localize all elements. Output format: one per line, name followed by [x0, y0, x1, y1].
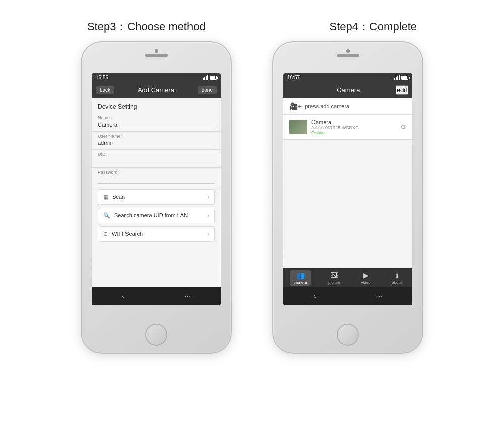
input-username[interactable]: admin [98, 140, 215, 147]
input-password[interactable] [98, 176, 215, 184]
camera-thumbnail [289, 120, 307, 134]
search-uid-left: 🔍 Search camera UID from LAN [103, 212, 188, 219]
camera-tab-icon: 👥 [296, 271, 305, 279]
about-tab-icon: ℹ [396, 271, 398, 279]
edit-button[interactable]: edit [396, 85, 409, 95]
home-button-4[interactable] [337, 324, 359, 346]
signal-3 [203, 75, 217, 80]
screen-content-3: Device Setting Name: Camera User Name: a… [92, 98, 221, 287]
app-header-3: back Add Camera done [92, 82, 221, 98]
camera-item-row[interactable]: Camera AAAA-007028-WSDXG Online ⚙ [283, 115, 412, 140]
wifi-icon: ⊙ [103, 231, 108, 237]
header-title-4: Camera [337, 86, 360, 94]
tab-about[interactable]: ℹ about [388, 270, 406, 286]
picture-tab-label: picture [328, 280, 340, 285]
camera-uid: AAAA-007028-WSDXG [311, 125, 396, 130]
time-4: 16:57 [287, 75, 300, 80]
home-button-3[interactable] [145, 324, 167, 346]
signal-bars-3 [203, 75, 208, 80]
label-password: Password: [98, 170, 215, 175]
signal-4 [394, 75, 408, 80]
menu-nav-icon-3[interactable]: ··· [184, 292, 191, 300]
scan-chevron: › [208, 194, 209, 200]
speaker-4 [337, 54, 359, 57]
input-uid[interactable] [98, 158, 215, 165]
wifi-chevron: › [208, 231, 209, 237]
phone3-top [145, 49, 168, 57]
camera-list: 🎥+ press add camera Camera AAAA-007028-W… [283, 98, 412, 268]
step4-title: Step4：Complete [329, 19, 417, 34]
form-group-username: User Name: admin [92, 132, 221, 150]
settings-icon[interactable]: ⚙ [400, 123, 406, 131]
form-group-password: Password: [92, 168, 221, 186]
phone-step3: 16:56 back [81, 41, 232, 354]
camera-dot-4 [346, 49, 350, 53]
add-camera-icon: 🎥+ [289, 102, 302, 110]
app-header-4: Camera edit [283, 82, 412, 98]
scan-label: Scan [112, 194, 125, 200]
battery-4 [401, 76, 408, 80]
tab-video[interactable]: ▶ video [357, 270, 375, 286]
signal-bars-4 [394, 75, 400, 80]
tab-camera[interactable]: 👥 camera [290, 270, 311, 286]
time-3: 16:56 [96, 75, 108, 80]
add-camera-row[interactable]: 🎥+ press add camera [283, 98, 412, 115]
label-username: User Name: [98, 134, 215, 139]
search-chevron: › [208, 213, 209, 218]
camera-thumb-image [289, 120, 307, 134]
scan-button[interactable]: ▦ Scan › [98, 189, 215, 205]
search-uid-button[interactable]: 🔍 Search camera UID from LAN › [98, 208, 215, 223]
bottom-nav-3: ‹ ··· [92, 287, 221, 305]
step3-title: Step3：Choose method [87, 19, 206, 34]
tab-picture[interactable]: 🖼 picture [324, 270, 344, 286]
search-uid-label: Search camera UID from LAN [114, 212, 188, 218]
camera-status: Online [311, 130, 396, 135]
battery-3 [210, 76, 217, 80]
back-nav-icon-3[interactable]: ‹ [122, 292, 124, 300]
label-name: Name: [98, 115, 215, 120]
camera-dot-3 [155, 49, 158, 53]
form-group-uid: UID: [92, 150, 221, 168]
video-tab-icon: ▶ [363, 271, 369, 279]
tab-bar: 👥 camera 🖼 picture ▶ video ℹ about [283, 268, 412, 287]
back-button[interactable]: back [96, 86, 114, 94]
phone4-top [337, 49, 359, 57]
scan-icon: ▦ [103, 194, 108, 200]
back-nav-icon-4[interactable]: ‹ [313, 292, 316, 300]
screen-step4: 16:57 [283, 73, 412, 305]
done-button[interactable]: done [198, 86, 217, 94]
camera-info: Camera AAAA-007028-WSDXG Online [311, 119, 396, 135]
screen-step3: 16:56 back [92, 73, 221, 305]
scan-button-left: ▦ Scan [103, 194, 125, 200]
status-bar-3: 16:56 [92, 73, 221, 82]
menu-nav-icon-4[interactable]: ··· [376, 292, 382, 300]
search-icon: 🔍 [103, 212, 110, 219]
status-bar-4: 16:57 [283, 73, 412, 82]
picture-tab-icon: 🖼 [331, 271, 338, 279]
wifi-search-left: ⊙ WIFI Search [103, 231, 143, 237]
input-name[interactable]: Camera [98, 122, 215, 129]
video-tab-label: video [361, 280, 371, 285]
form-group-name: Name: Camera [92, 113, 221, 132]
speaker-3 [145, 54, 168, 57]
wifi-search-label: WIFI Search [112, 231, 143, 237]
phone-step4: 16:57 [272, 41, 423, 354]
add-camera-text: press add camera [305, 103, 349, 109]
camera-name: Camera [311, 119, 396, 125]
bottom-nav-4: ‹ ··· [283, 287, 412, 305]
wifi-search-button[interactable]: ⊙ WIFI Search › [98, 226, 215, 242]
camera-tab-label: camera [294, 280, 307, 285]
label-uid: UID: [98, 152, 215, 157]
device-setting-title: Device Setting [92, 98, 221, 113]
about-tab-label: about [392, 280, 402, 285]
header-title-3: Add Camera [138, 86, 174, 94]
